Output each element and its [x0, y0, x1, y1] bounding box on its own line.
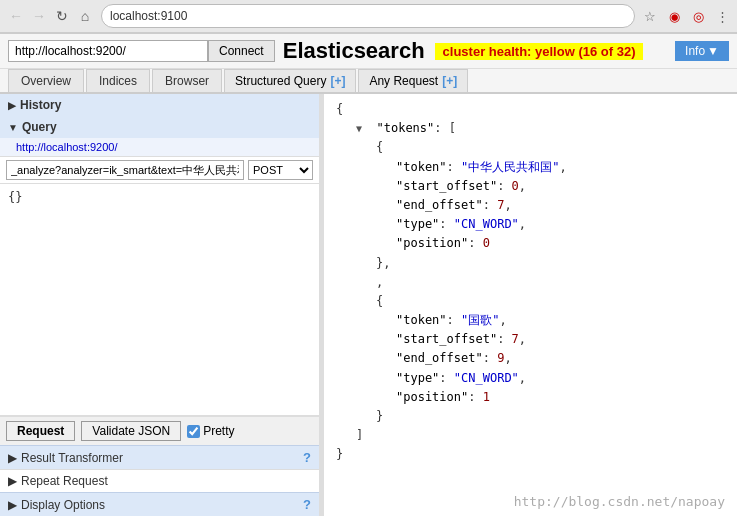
- json-token-2-type: "type": "CN_WORD",: [396, 369, 725, 388]
- query-url-link[interactable]: http://localhost:9200/: [8, 138, 126, 156]
- app-title: Elasticsearch: [283, 38, 425, 64]
- json-root-close: }: [336, 445, 725, 464]
- method-select[interactable]: POST GET PUT DELETE: [248, 160, 313, 180]
- json-array-close: ]: [356, 426, 725, 445]
- bottom-controls: Request Validate JSON Pretty: [0, 416, 319, 445]
- display-options-row[interactable]: ▶ Display Options ?: [0, 492, 319, 516]
- info-button[interactable]: Info ▼: [675, 41, 729, 61]
- star-icon[interactable]: ☆: [641, 7, 659, 25]
- json-token-1-open: {: [376, 138, 725, 157]
- request-button[interactable]: Request: [6, 421, 75, 441]
- json-comma: ,: [376, 273, 725, 292]
- json-token-1-position: "position": 0: [396, 234, 725, 253]
- json-token-1-end: "end_offset": 7,: [396, 196, 725, 215]
- tab-overview[interactable]: Overview: [8, 69, 84, 92]
- address-text: localhost:9100: [110, 9, 626, 23]
- display-options-arrow-icon: ▶: [8, 498, 17, 512]
- json-token-2-close: }: [376, 407, 725, 426]
- json-root-open: {: [336, 100, 725, 119]
- json-token-1-token: "token": "中华人民共和国",: [396, 158, 725, 177]
- history-arrow-icon: ▶: [8, 100, 16, 111]
- menu-icon[interactable]: ⋮: [713, 7, 731, 25]
- query-section-header[interactable]: ▼ Query: [0, 116, 319, 138]
- json-token-1-type: "type": "CN_WORD",: [396, 215, 725, 234]
- home-button[interactable]: ⌂: [75, 6, 95, 26]
- app-url-input[interactable]: [8, 40, 208, 62]
- opera-icon: ◎: [689, 7, 707, 25]
- forward-button[interactable]: →: [29, 6, 49, 26]
- result-transformer-arrow-icon: ▶: [8, 451, 17, 465]
- structured-query-plus-icon[interactable]: [+]: [330, 74, 345, 88]
- address-bar[interactable]: localhost:9100: [101, 4, 635, 28]
- right-panel: { ▼ "tokens": [ { "token": "中华人民共和国", "s…: [324, 94, 737, 516]
- result-transformer-label: Result Transformer: [21, 451, 123, 465]
- json-token-1-close: },: [376, 254, 725, 273]
- left-panel: ▶ History ▼ Query http://localhost:9200/…: [0, 94, 320, 516]
- repeat-request-row[interactable]: ▶ Repeat Request: [0, 469, 319, 492]
- result-transformer-row[interactable]: ▶ Result Transformer ?: [0, 445, 319, 469]
- header-right: Info ▼: [675, 41, 729, 61]
- browser-icons: ☆ ◉ ◎ ⋮: [641, 7, 731, 25]
- tab-any-request[interactable]: Any Request [+]: [358, 69, 468, 92]
- repeat-request-arrow-icon: ▶: [8, 474, 17, 488]
- display-options-help-icon[interactable]: ?: [303, 497, 311, 512]
- main-layout: ▶ History ▼ Query http://localhost:9200/…: [0, 94, 737, 516]
- pretty-label[interactable]: Pretty: [187, 424, 234, 438]
- json-token-2-open: {: [376, 292, 725, 311]
- json-token-1-start: "start_offset": 0,: [396, 177, 725, 196]
- json-token-2-start: "start_offset": 7,: [396, 330, 725, 349]
- app-header: Connect Elasticsearch cluster health: ye…: [0, 34, 737, 69]
- cluster-status: cluster health: yellow (16 of 32): [435, 43, 644, 60]
- any-request-plus-icon[interactable]: [+]: [442, 74, 457, 88]
- reload-button[interactable]: ↻: [52, 6, 72, 26]
- display-options-label: Display Options: [21, 498, 105, 512]
- back-button[interactable]: ←: [6, 6, 26, 26]
- query-url-row: http://localhost:9200/: [0, 138, 319, 157]
- history-section-header[interactable]: ▶ History: [0, 94, 319, 116]
- repeat-request-label: Repeat Request: [21, 474, 108, 488]
- result-transformer-help-icon[interactable]: ?: [303, 450, 311, 465]
- connect-button[interactable]: Connect: [208, 40, 275, 62]
- tab-indices[interactable]: Indices: [86, 69, 150, 92]
- tab-browser[interactable]: Browser: [152, 69, 222, 92]
- query-label: Query: [22, 120, 57, 134]
- query-path-input[interactable]: [6, 160, 244, 180]
- query-body-textarea[interactable]: {}: [0, 184, 319, 416]
- history-label: History: [20, 98, 61, 112]
- pretty-checkbox[interactable]: [187, 425, 200, 438]
- tab-structured-query[interactable]: Structured Query [+]: [224, 69, 356, 92]
- pretty-text: Pretty: [203, 424, 234, 438]
- json-token-2-token: "token": "国歌",: [396, 311, 725, 330]
- json-token-2-position: "position": 1: [396, 388, 725, 407]
- validate-json-button[interactable]: Validate JSON: [81, 421, 181, 441]
- json-tokens-key: ▼ "tokens": [: [356, 119, 725, 138]
- info-chevron-icon: ▼: [707, 44, 719, 58]
- json-token-2-end: "end_offset": 9,: [396, 349, 725, 368]
- watermark: http://blog.csdn.net/napoay: [514, 494, 725, 509]
- info-label: Info: [685, 44, 705, 58]
- query-arrow-icon: ▼: [8, 122, 18, 133]
- shield-icon: ◉: [665, 7, 683, 25]
- query-input-row: POST GET PUT DELETE: [0, 157, 319, 184]
- nav-buttons: ← → ↻ ⌂: [6, 6, 95, 26]
- browser-toolbar: ← → ↻ ⌂ localhost:9100 ☆ ◉ ◎ ⋮: [0, 0, 737, 33]
- nav-tabs-row: Overview Indices Browser Structured Quer…: [0, 69, 737, 94]
- browser-chrome: ← → ↻ ⌂ localhost:9100 ☆ ◉ ◎ ⋮: [0, 0, 737, 34]
